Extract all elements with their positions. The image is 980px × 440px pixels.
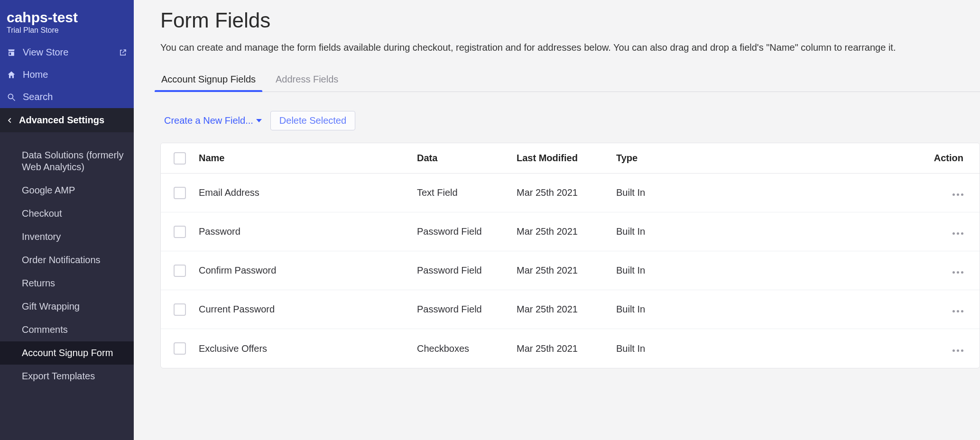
sidebar-item[interactable]: Data Solutions (formerly Web Analytics) <box>0 144 134 179</box>
section-advanced-settings[interactable]: Advanced Settings <box>0 108 134 132</box>
tabs: Account Signup FieldsAddress Fields <box>160 68 980 92</box>
sidebar-item[interactable]: Checkout <box>0 202 134 225</box>
cell-last-modified: Mar 25th 2021 <box>517 187 616 198</box>
sidebar-item[interactable]: Account Signup Form <box>0 341 134 365</box>
table-row: PasswordPassword FieldMar 25th 2021Built… <box>161 212 980 251</box>
tab[interactable]: Account Signup Fields <box>160 68 257 92</box>
cell-name[interactable]: Confirm Password <box>199 265 417 276</box>
caret-down-icon <box>256 119 262 122</box>
brand-block: cahps-test Trial Plan Store <box>0 0 134 41</box>
row-checkbox[interactable] <box>174 187 186 199</box>
cell-data: Password Field <box>417 304 517 315</box>
select-all-checkbox[interactable] <box>174 152 186 165</box>
store-name: cahps-test <box>7 9 127 25</box>
cell-last-modified: Mar 25th 2021 <box>517 226 616 237</box>
row-checkbox[interactable] <box>174 265 186 277</box>
table-row: Confirm PasswordPassword FieldMar 25th 2… <box>161 251 980 290</box>
create-field-label: Create a New Field... <box>164 115 253 126</box>
storefront-icon <box>7 48 16 57</box>
header-checkbox-cell <box>161 152 199 165</box>
cell-type: Built In <box>616 265 716 276</box>
cell-type: Built In <box>616 226 716 237</box>
more-actions-button[interactable] <box>716 271 963 274</box>
row-checkbox-cell <box>161 303 199 316</box>
sidebar-item[interactable]: Google AMP <box>0 179 134 202</box>
nav-home[interactable]: Home <box>0 64 134 86</box>
cell-action <box>716 226 980 237</box>
cell-data: Checkboxes <box>417 343 517 354</box>
svg-line-1 <box>13 98 15 101</box>
row-checkbox[interactable] <box>174 342 186 355</box>
row-checkbox-cell <box>161 342 199 355</box>
nav-home-label: Home <box>23 69 127 80</box>
col-type: Type <box>616 153 716 164</box>
cell-type: Built In <box>616 304 716 315</box>
cell-data: Password Field <box>417 226 517 237</box>
more-actions-button[interactable] <box>716 232 963 235</box>
delete-selected-button[interactable]: Delete Selected <box>270 111 355 130</box>
sidebar-item[interactable]: Comments <box>0 318 134 341</box>
cell-action <box>716 304 980 315</box>
cell-action <box>716 343 980 354</box>
home-icon <box>7 70 16 80</box>
nav-view-store-label: View Store <box>23 47 112 58</box>
more-actions-button[interactable] <box>716 310 963 312</box>
more-actions-button[interactable] <box>716 193 963 196</box>
sidebar-item[interactable]: Returns <box>0 272 134 295</box>
cell-data: Text Field <box>417 187 517 198</box>
cell-action <box>716 265 980 276</box>
cell-last-modified: Mar 25th 2021 <box>517 265 616 276</box>
col-data: Data <box>417 153 517 164</box>
main-content: Form Fields You can create and manage th… <box>134 0 980 440</box>
col-last-modified: Last Modified <box>517 153 616 164</box>
primary-nav: View Store Home Search <box>0 41 134 108</box>
fields-table: Name Data Last Modified Type Action Emai… <box>160 143 980 368</box>
nav-view-store[interactable]: View Store <box>0 41 134 64</box>
toolbar: Create a New Field... Delete Selected <box>160 111 980 130</box>
external-link-icon <box>119 48 127 57</box>
svg-point-0 <box>8 94 13 99</box>
search-icon <box>7 92 16 102</box>
cell-name[interactable]: Password <box>199 226 417 237</box>
page-title: Form Fields <box>160 9 980 32</box>
more-actions-button[interactable] <box>716 349 963 352</box>
cell-action <box>716 187 980 198</box>
row-checkbox-cell <box>161 226 199 238</box>
table-row: Current PasswordPassword FieldMar 25th 2… <box>161 290 980 329</box>
cell-name[interactable]: Email Address <box>199 187 417 198</box>
row-checkbox[interactable] <box>174 303 186 316</box>
row-checkbox-cell <box>161 265 199 277</box>
sidebar-item[interactable]: Order Notifications <box>0 248 134 272</box>
cell-type: Built In <box>616 343 716 354</box>
create-field-button[interactable]: Create a New Field... <box>164 115 262 126</box>
sub-nav: Data Solutions (formerly Web Analytics)G… <box>0 132 134 388</box>
cell-type: Built In <box>616 187 716 198</box>
cell-last-modified: Mar 25th 2021 <box>517 343 616 354</box>
cell-name[interactable]: Current Password <box>199 304 417 315</box>
row-checkbox[interactable] <box>174 226 186 238</box>
col-name: Name <box>199 153 417 164</box>
nav-search[interactable]: Search <box>0 86 134 108</box>
chevron-left-icon <box>7 117 13 124</box>
section-title: Advanced Settings <box>19 115 104 126</box>
sidebar-item[interactable]: Gift Wrapping <box>0 295 134 318</box>
table-header: Name Data Last Modified Type Action <box>161 143 980 174</box>
sidebar: cahps-test Trial Plan Store View Store H… <box>0 0 134 440</box>
sidebar-item[interactable]: Export Templates <box>0 365 134 388</box>
table-row: Email AddressText FieldMar 25th 2021Buil… <box>161 174 980 212</box>
row-checkbox-cell <box>161 187 199 199</box>
col-action: Action <box>716 153 980 164</box>
cell-name[interactable]: Exclusive Offers <box>199 343 417 354</box>
page-description: You can create and manage the form field… <box>160 41 976 54</box>
cell-last-modified: Mar 25th 2021 <box>517 304 616 315</box>
tab[interactable]: Address Fields <box>275 68 339 92</box>
cell-data: Password Field <box>417 265 517 276</box>
sidebar-item[interactable]: Inventory <box>0 225 134 248</box>
store-plan: Trial Plan Store <box>7 26 127 35</box>
nav-search-label: Search <box>23 92 127 102</box>
table-row: Exclusive OffersCheckboxesMar 25th 2021B… <box>161 329 980 368</box>
